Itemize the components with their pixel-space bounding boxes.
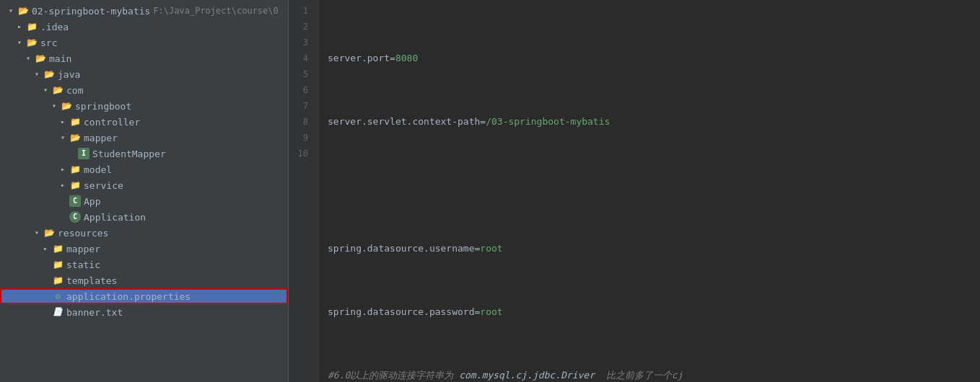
folder-icon — [52, 275, 64, 286]
sidebar-item-springboot[interactable]: springboot — [0, 98, 288, 114]
txt-icon — [52, 306, 64, 318]
sidebar-item-java[interactable]: java — [0, 66, 288, 82]
sidebar-item-templates[interactable]: templates — [0, 272, 288, 288]
folder-icon — [61, 100, 72, 112]
item-label: main — [49, 53, 71, 64]
code-line-5: spring.datasource.password=root — [328, 304, 971, 320]
sidebar-item-static[interactable]: static — [0, 257, 288, 272]
java-interface-icon — [78, 148, 89, 159]
sidebar-item-banner[interactable]: banner.txt — [0, 304, 288, 320]
expand-arrow — [32, 69, 42, 79]
expand-arrow — [58, 164, 68, 174]
sidebar-item-mapper-resources[interactable]: mapper — [0, 241, 288, 257]
item-label: App — [84, 196, 100, 207]
item-label: com — [66, 85, 83, 96]
item-label: service — [84, 180, 123, 191]
sidebar-item-main[interactable]: main — [0, 50, 288, 66]
properties-icon — [52, 290, 64, 302]
line-num-2: 2 — [289, 19, 312, 35]
expand-arrow — [40, 85, 51, 95]
folder-icon — [52, 243, 64, 254]
expand-arrow — [14, 22, 25, 32]
folder-icon — [17, 5, 29, 17]
project-path: F:\Java_Project\course\0 — [153, 6, 278, 16]
line-num-6: 6 — [289, 82, 312, 98]
folder-icon — [69, 132, 81, 143]
line-num-3: 3 — [289, 35, 312, 50]
item-label: templates — [66, 275, 117, 286]
code-line-1: server.port=8080 — [328, 50, 971, 66]
code-editor: 1 2 3 4 5 6 7 8 9 10 server.port=8080 se… — [289, 0, 980, 382]
java-class-icon — [69, 195, 81, 207]
item-label: resources — [58, 228, 108, 239]
line-num-4: 4 — [289, 50, 312, 66]
folder-icon — [26, 37, 38, 48]
expand-arrow — [32, 228, 42, 238]
sidebar-item-mapper[interactable]: mapper — [0, 130, 288, 146]
folder-icon — [43, 68, 55, 80]
sidebar-item-idea[interactable]: .idea — [0, 19, 288, 35]
item-label: src — [40, 37, 57, 48]
line-num-7: 7 — [289, 98, 312, 114]
item-label: static — [66, 259, 100, 270]
folder-icon — [52, 84, 64, 96]
item-label: springboot — [75, 101, 131, 112]
code-content[interactable]: server.port=8080 server.servlet.context-… — [319, 0, 980, 382]
item-label: banner.txt — [66, 307, 123, 318]
code-line-4: spring.datasource.username=root — [328, 241, 971, 257]
sidebar-item-model[interactable]: model — [0, 161, 288, 177]
item-label: Application — [84, 212, 146, 223]
expand-arrow — [49, 101, 59, 111]
expand-arrow — [40, 244, 51, 254]
item-label: .idea — [40, 22, 69, 32]
sidebar-item-controller[interactable]: controller — [0, 114, 288, 130]
item-label: java — [58, 69, 80, 80]
java-class-icon — [69, 211, 81, 223]
item-label: model — [84, 164, 112, 175]
folder-icon — [52, 259, 64, 270]
item-label: mapper — [66, 244, 100, 254]
expand-arrow — [58, 180, 68, 190]
folder-icon — [26, 21, 38, 32]
line-num-5: 5 — [289, 66, 312, 82]
code-line-6: #6.0以上的驱动连接字符串为 com.mysql.cj.jdbc.Driver… — [328, 368, 971, 382]
item-label: application.properties — [66, 291, 191, 302]
folder-icon — [69, 116, 81, 128]
code-line-2: server.servlet.context-path=/03-springbo… — [328, 114, 971, 130]
project-root[interactable]: 02-springboot-mybatis F:\Java_Project\co… — [0, 3, 288, 19]
sidebar-item-application-properties[interactable]: application.properties — [0, 288, 288, 304]
line-numbers: 1 2 3 4 5 6 7 8 9 10 — [289, 0, 319, 382]
expand-arrow — [14, 37, 25, 48]
sidebar-item-app[interactable]: App — [0, 193, 288, 209]
folder-icon — [69, 164, 81, 175]
expand-arrow — [23, 53, 33, 63]
item-label: controller — [84, 117, 140, 128]
folder-icon — [43, 227, 55, 239]
line-num-9: 9 — [289, 130, 312, 146]
folder-icon — [35, 53, 46, 64]
sidebar-item-src[interactable]: src — [0, 35, 288, 50]
expand-arrow — [58, 117, 68, 127]
expand-arrow — [58, 133, 68, 143]
line-num-10: 10 — [289, 146, 312, 161]
sidebar-item-com[interactable]: com — [0, 82, 288, 98]
line-num-1: 1 — [289, 3, 312, 19]
sidebar-item-application[interactable]: Application — [0, 209, 288, 225]
line-num-8: 8 — [289, 114, 312, 130]
sidebar-item-resources[interactable]: resources — [0, 225, 288, 241]
file-tree[interactable]: 02-springboot-mybatis F:\Java_Project\co… — [0, 0, 289, 382]
folder-icon — [69, 179, 81, 191]
item-label: StudentMapper — [92, 148, 166, 159]
project-label: 02-springboot-mybatis — [32, 6, 150, 17]
code-line-3 — [328, 177, 971, 193]
expand-arrow — [6, 6, 16, 16]
sidebar-item-service[interactable]: service — [0, 177, 288, 193]
sidebar-item-studentmapper[interactable]: StudentMapper — [0, 146, 288, 161]
item-label: mapper — [84, 133, 118, 143]
